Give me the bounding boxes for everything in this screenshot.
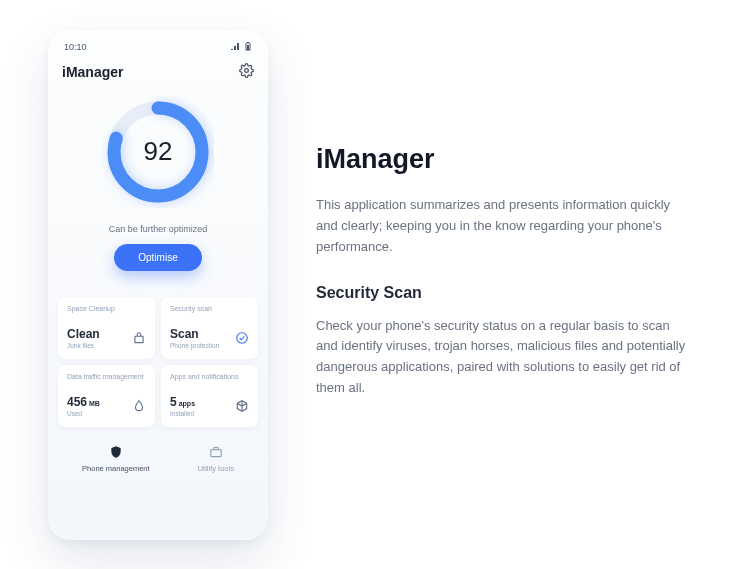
status-right — [231, 42, 252, 53]
feature-cards: Space Cleanup Clean Junk files Security … — [58, 297, 258, 427]
svg-rect-6 — [135, 336, 143, 342]
card-value: 456MB — [67, 396, 100, 408]
app-header: iManager — [58, 59, 258, 92]
svg-point-7 — [237, 332, 248, 343]
battery-icon — [244, 42, 252, 53]
signal-icon — [231, 42, 240, 52]
card-apps-notifications[interactable]: Apps and notifications 5apps Installed — [161, 365, 258, 427]
status-time: 10:10 — [64, 42, 87, 53]
shield-icon — [109, 445, 123, 461]
nav-label: Phone management — [82, 464, 150, 473]
droplet-icon — [132, 399, 146, 417]
copy-heading: iManager — [316, 144, 686, 175]
card-value: Clean — [67, 328, 100, 340]
copy-paragraph: This application summarizes and presents… — [316, 195, 686, 257]
card-label: Space Cleanup — [67, 305, 146, 312]
card-sub: Phone protection — [170, 342, 219, 349]
svg-rect-1 — [247, 42, 249, 43]
app-title: iManager — [62, 64, 123, 80]
svg-point-3 — [245, 68, 249, 72]
optimise-button[interactable]: Optimise — [114, 244, 201, 271]
bottom-nav: Phone management Utility tools — [58, 437, 258, 483]
svg-rect-8 — [211, 449, 222, 456]
shield-check-icon — [235, 331, 249, 349]
optimise-hint: Can be further optimized — [109, 224, 208, 234]
settings-icon[interactable] — [239, 63, 254, 82]
card-value: 5apps — [170, 396, 195, 408]
broom-icon — [132, 331, 146, 349]
card-sub: Used — [67, 410, 100, 417]
card-security-scan[interactable]: Security scan Scan Phone protection — [161, 297, 258, 359]
svg-rect-2 — [247, 45, 249, 50]
card-value: Scan — [170, 328, 219, 340]
score-section: 92 Can be further optimized Optimise — [58, 92, 258, 283]
copy-subheading: Security Scan — [316, 284, 686, 302]
marketing-copy: iManager This application summarizes and… — [316, 144, 686, 425]
card-data-traffic[interactable]: Data traffic management 456MB Used — [58, 365, 155, 427]
cube-icon — [235, 399, 249, 417]
status-bar: 10:10 — [58, 40, 258, 59]
nav-utility-tools[interactable]: Utility tools — [198, 445, 234, 473]
phone-mockup: 10:10 iManager 92 Can be further optimiz… — [48, 30, 268, 540]
card-label: Security scan — [170, 305, 249, 312]
card-sub: Junk files — [67, 342, 100, 349]
toolbox-icon — [209, 445, 223, 461]
card-label: Apps and notifications — [170, 373, 249, 380]
score-value: 92 — [102, 96, 214, 208]
copy-paragraph: Check your phone's security status on a … — [316, 316, 686, 399]
card-space-cleanup[interactable]: Space Cleanup Clean Junk files — [58, 297, 155, 359]
nav-label: Utility tools — [198, 464, 234, 473]
score-ring: 92 — [102, 96, 214, 208]
card-sub: Installed — [170, 410, 195, 417]
card-label: Data traffic management — [67, 373, 146, 380]
nav-phone-management[interactable]: Phone management — [82, 445, 150, 473]
